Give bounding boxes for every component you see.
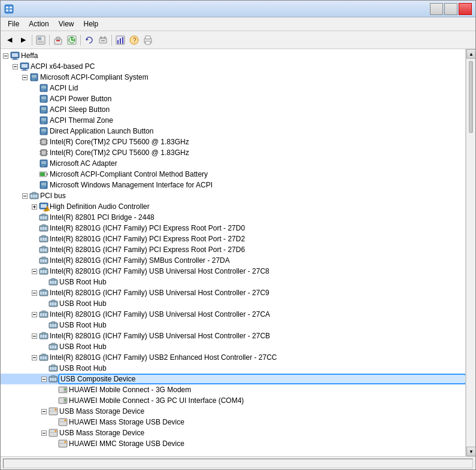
tree-item-14[interactable]: PCI bus [1, 190, 465, 201]
expand-btn[interactable] [39, 407, 48, 416]
tree-item-13[interactable]: Microsoft Windows Management Interface f… [1, 180, 465, 190]
tree-item-27[interactable]: Intel(R) 82801G (ICH7 Family) USB Univer… [1, 330, 465, 341]
toolbar-print[interactable] [141, 34, 154, 47]
device-label: HUAWEI MMC Storage USB Device [69, 439, 465, 448]
expand-btn[interactable] [39, 428, 48, 438]
tree-item-36[interactable]: USB Mass Storage Device [1, 427, 465, 438]
svg-rect-198 [51, 375, 55, 377]
svg-rect-2 [10, 7, 12, 8]
expand-btn[interactable] [1, 51, 10, 60]
expand-btn [29, 223, 39, 233]
tree-item-32[interactable]: HUAWEI Mobile Connect - 3G Modem [1, 384, 465, 395]
svg-rect-155 [51, 300, 55, 302]
toolbar-back[interactable]: ◀ [3, 34, 16, 47]
tree-item-5[interactable]: ACPI Power Button [1, 93, 465, 104]
scrollbar[interactable]: ▲ ▼ [466, 49, 475, 456]
toolbar-scan[interactable] [65, 34, 78, 47]
expand-btn[interactable] [20, 191, 29, 201]
expand-btn[interactable] [10, 62, 20, 71]
maximize-button[interactable] [444, 3, 457, 15]
expand-btn [48, 417, 58, 427]
svg-rect-89 [41, 186, 46, 187]
tree-item-3[interactable]: Microsoft ACPI-Compliant System [1, 72, 465, 83]
device-icon [39, 83, 48, 93]
scroll-up[interactable]: ▲ [466, 49, 475, 59]
toolbar-help[interactable]: ? [128, 34, 141, 47]
menu-action[interactable]: Action [24, 19, 53, 29]
device-icon [39, 266, 48, 276]
tree-item-2[interactable]: ACPI x64-based PC [1, 61, 465, 72]
expand-btn[interactable] [20, 72, 29, 82]
tree-item-24[interactable]: USB Root Hub [1, 298, 465, 309]
tree-item-34[interactable]: USB Mass Storage Device [1, 406, 465, 417]
svg-rect-51 [41, 96, 46, 99]
tree-item-6[interactable]: ACPI Sleep Button [1, 104, 465, 115]
tree-item-9[interactable]: Intel(R) Core(TM)2 CPU T5600 @ 1.83GHz [1, 137, 465, 147]
device-tree[interactable]: HeffaACPI x64-based PCMicrosoft ACPI-Com… [1, 49, 466, 456]
expand-btn [29, 245, 39, 254]
menu-file[interactable]: File [3, 19, 24, 29]
expand-btn[interactable] [29, 288, 39, 298]
tree-item-8[interactable]: Direct Application Launch Button [1, 126, 465, 137]
tree-item-20[interactable]: Intel(R) 82801G (ICH7 Family) SMBus Cont… [1, 255, 465, 266]
device-manager-window: File Action View Help ◀ ▶ [0, 0, 476, 470]
svg-text:?: ? [133, 37, 137, 44]
scrollbar-thumb[interactable] [469, 61, 473, 133]
device-label: Microsoft AC Adapter [50, 159, 465, 168]
tree-item-17[interactable]: Intel(R) 82801G (ICH7 Family) PCI Expres… [1, 223, 465, 234]
expand-btn [29, 256, 39, 265]
tree-item-25[interactable]: Intel(R) 82801G (ICH7 Family) USB Univer… [1, 309, 465, 320]
device-label: USB Root Hub [59, 321, 465, 329]
toolbar-update[interactable] [83, 34, 96, 47]
minimize-button[interactable] [430, 3, 443, 15]
close-button[interactable] [459, 3, 472, 15]
svg-rect-125 [45, 248, 47, 251]
expand-btn[interactable] [29, 331, 39, 341]
tree-item-23[interactable]: Intel(R) 82801G (ICH7 Family) USB Univer… [1, 287, 465, 298]
scroll-down[interactable]: ▼ [466, 447, 475, 456]
tree-item-11[interactable]: Microsoft AC Adapter [1, 158, 465, 169]
tree-item-12[interactable]: Microsoft ACPI-Compliant Control Method … [1, 169, 465, 180]
svg-rect-186 [42, 354, 46, 356]
toolbar-forward[interactable]: ▶ [17, 34, 30, 47]
tree-item-18[interactable]: Intel(R) 82801G (ICH7 Family) PCI Expres… [1, 234, 465, 244]
tree-item-1[interactable]: Heffa [1, 50, 465, 61]
menu-view[interactable]: View [54, 19, 79, 29]
expand-btn[interactable] [29, 353, 39, 362]
tree-item-31[interactable]: USB Composite Device [1, 374, 465, 384]
svg-rect-160 [43, 313, 44, 316]
device-label: USB Root Hub [59, 342, 465, 351]
tree-item-35[interactable]: HUAWEI Mass Storage USB Device [1, 417, 465, 427]
toolbar-properties[interactable] [34, 34, 47, 47]
device-icon [48, 277, 58, 287]
tree-item-28[interactable]: USB Root Hub [1, 341, 465, 352]
device-label: ACPI x64-based PC [31, 62, 465, 71]
tree-item-22[interactable]: USB Root Hub [1, 277, 465, 287]
tree-item-10[interactable]: Intel(R) Core(TM)2 CPU T5600 @ 1.83GHz [1, 147, 465, 158]
tree-item-4[interactable]: ACPI Lid [1, 83, 465, 93]
menu-help[interactable]: Help [79, 19, 104, 29]
svg-point-201 [65, 389, 66, 390]
tree-item-21[interactable]: Intel(R) 82801G (ICH7 Family) USB Univer… [1, 266, 465, 277]
svg-rect-52 [41, 100, 46, 101]
toolbar-uninstall[interactable] [51, 34, 65, 47]
toolbar-resources[interactable] [114, 34, 127, 47]
tree-item-37[interactable]: HUAWEI MMC Storage USB Device [1, 438, 465, 449]
tree-item-29[interactable]: Intel(R) 82801G (ICH7 Family) USB2 Enhan… [1, 352, 465, 363]
expand-btn[interactable] [39, 374, 48, 384]
tree-item-16[interactable]: Intel(R) 82801 PCI Bridge - 2448 [1, 212, 465, 223]
tree-item-30[interactable]: USB Root Hub [1, 363, 465, 374]
device-icon [39, 331, 48, 341]
device-icon [20, 62, 29, 71]
expand-btn[interactable] [29, 266, 39, 276]
tree-item-19[interactable]: Intel(R) 82801G (ICH7 Family) PCI Expres… [1, 244, 465, 255]
tree-item-7[interactable]: ACPI Thermal Zone [1, 115, 465, 126]
svg-rect-26 [145, 36, 150, 39]
tree-item-26[interactable]: USB Root Hub [1, 320, 465, 330]
expand-btn[interactable] [29, 202, 39, 211]
tree-item-15[interactable]: !!High Definition Audio Controller [1, 201, 465, 212]
toolbar-disable[interactable] [96, 34, 110, 47]
expand-btn[interactable] [29, 310, 39, 319]
device-icon [39, 94, 48, 104]
tree-item-33[interactable]: HUAWEI Mobile Connect - 3G PC UI Interfa… [1, 395, 465, 406]
